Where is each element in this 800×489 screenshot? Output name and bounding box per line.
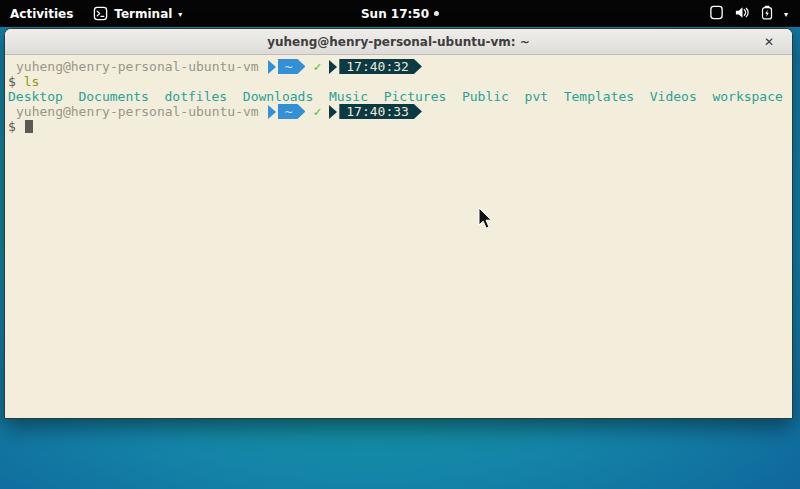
activities-label: Activities — [10, 7, 73, 21]
prompt-user: yuheng@henry-personal-ubuntu-vm — [16, 104, 259, 119]
top-bar: Activities Terminal ▾ Sun 17:50 — [0, 0, 800, 27]
prompt-path-segment: ~ — [278, 59, 306, 74]
typed-command: ls — [24, 74, 40, 89]
prompt-symbol: $ — [8, 119, 16, 134]
app-menu[interactable]: Terminal ▾ — [83, 0, 192, 27]
activities-button[interactable]: Activities — [0, 0, 83, 27]
terminal-content[interactable]: yuheng@henry-personal-ubuntu-vm ~ ✓ 17:4… — [5, 55, 792, 418]
status-check-icon: ✓ — [313, 59, 321, 74]
prompt-time-segment: 17:40:32 — [339, 59, 422, 74]
window-titlebar[interactable]: yuheng@henry-personal-ubuntu-vm: ~ ✕ — [5, 29, 792, 55]
notification-dot-icon — [434, 11, 439, 16]
status-check-icon: ✓ — [313, 104, 321, 119]
terminal-icon — [93, 6, 108, 21]
prompt-time: 17:40:33 — [346, 104, 409, 119]
battery-icon — [760, 5, 774, 23]
mouse-cursor-icon — [478, 208, 495, 230]
prompt-time: 17:40:32 — [346, 59, 409, 74]
ls-output: Desktop Documents dotfiles Downloads Mus… — [8, 89, 789, 104]
terminal-window: yuheng@henry-personal-ubuntu-vm: ~ ✕ yuh… — [4, 28, 793, 419]
close-button[interactable]: ✕ — [760, 33, 778, 51]
prompt-user: yuheng@henry-personal-ubuntu-vm — [16, 59, 259, 74]
display-icon — [709, 5, 724, 23]
window-title: yuheng@henry-personal-ubuntu-vm: ~ — [267, 35, 530, 49]
powerline-arrow-icon — [329, 60, 337, 74]
prompt-path: ~ — [285, 59, 293, 74]
prompt-path: ~ — [285, 104, 293, 119]
system-status-menu[interactable]: ▾ — [701, 0, 796, 27]
volume-icon — [734, 5, 750, 23]
desktop-background: { "topbar": { "activities_label": "Activ… — [0, 0, 800, 489]
prompt-symbol: $ — [8, 74, 16, 89]
powerline-arrow-icon — [268, 60, 276, 74]
powerline-arrow-icon — [268, 105, 276, 119]
app-menu-label: Terminal — [114, 7, 172, 21]
clock-label: Sun 17:50 — [361, 7, 429, 21]
input-line[interactable]: $ — [8, 119, 789, 134]
chevron-down-icon: ▾ — [784, 10, 788, 19]
prompt-path-segment: ~ — [278, 104, 306, 119]
command-line: $ ls — [8, 74, 789, 89]
prompt-line: yuheng@henry-personal-ubuntu-vm ~ ✓ 17:4… — [8, 59, 789, 74]
terminal-cursor — [25, 120, 33, 133]
powerline-arrow-icon — [329, 105, 337, 119]
prompt-line: yuheng@henry-personal-ubuntu-vm ~ ✓ 17:4… — [8, 104, 789, 119]
prompt-time-segment: 17:40:33 — [339, 104, 422, 119]
clock-button[interactable]: Sun 17:50 — [361, 0, 439, 27]
chevron-down-icon: ▾ — [178, 10, 182, 19]
